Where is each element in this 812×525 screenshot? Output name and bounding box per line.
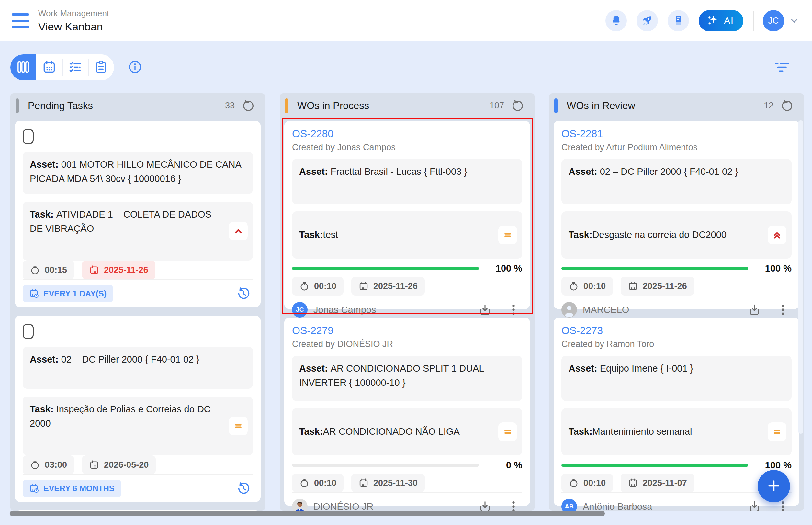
asset-field-value: 02 – DC Piller 2000 { F40-01 02 }: [600, 166, 738, 177]
task-card[interactable]: Asset: 001 MOTOR HILLO MECÂNICO DE CANA …: [15, 121, 261, 307]
priority-button[interactable]: [768, 226, 786, 244]
bell-icon: [610, 15, 622, 27]
task-field: Task: Mantenimiento semanal: [561, 408, 792, 455]
column-refresh-button[interactable]: [509, 99, 527, 113]
task-field-label: Task:: [30, 209, 56, 220]
stopwatch-icon: [299, 281, 310, 291]
info-button[interactable]: [126, 59, 144, 76]
add-button[interactable]: [758, 470, 790, 502]
task-field-label: Task:: [299, 425, 323, 439]
asset-field-label: Asset:: [30, 354, 61, 364]
task-checkbox[interactable]: [23, 324, 34, 339]
progress-label: 0 %: [486, 460, 522, 470]
wo-id-link[interactable]: OS-2281: [561, 128, 792, 140]
download-button[interactable]: [745, 303, 763, 317]
card-meta-chips: 00:102025-11-26: [561, 277, 792, 296]
duration-chip: 00:10: [561, 277, 613, 296]
avatar: AB: [561, 499, 577, 511]
chevron-down-icon[interactable]: [789, 16, 799, 26]
download-button[interactable]: [476, 303, 494, 317]
tab-calendar-view[interactable]: [36, 55, 62, 80]
duration-chip: 00:15: [23, 260, 74, 279]
due-date-value: 2025-11-26: [104, 265, 148, 275]
task-field-value: test: [323, 228, 338, 242]
priority-button[interactable]: [229, 222, 248, 240]
wo-card[interactable]: OS-2281Created by Artur Podium Alimentos…: [553, 121, 799, 309]
stopwatch-icon: [299, 478, 310, 488]
priority-button[interactable]: [768, 422, 786, 441]
wo-created-by: Created by Artur Podium Alimentos: [561, 142, 792, 152]
asset-field: Asset: Fracttal Brasil - Lucas { Fttl-00…: [292, 159, 522, 204]
wo-id-link[interactable]: OS-2280: [292, 128, 522, 140]
calendar-icon: [358, 478, 369, 488]
stopwatch-icon: [569, 281, 579, 291]
stopwatch-icon: [569, 478, 579, 488]
plus-icon: [767, 479, 781, 494]
history-icon: [237, 286, 251, 301]
progress-label: 100 %: [755, 460, 792, 470]
assignee-name: DIONÉSIO JR: [313, 501, 373, 511]
task-field: Task: ATIVIDADE 1 – COLETA DE DADOS DE V…: [23, 202, 253, 260]
priority-button[interactable]: [229, 417, 248, 435]
column-refresh-button[interactable]: [240, 99, 257, 113]
download-button[interactable]: [745, 499, 763, 511]
wo-card[interactable]: OS-2279Created by DIONÉSIO JRAsset: AR C…: [284, 317, 530, 506]
history-button[interactable]: [235, 286, 253, 301]
task-checkbox[interactable]: [23, 129, 34, 144]
ai-button-label: AI: [724, 15, 734, 26]
task-field-value: Inspeção de Polias e Correias do DC 2000: [30, 404, 211, 429]
task-field: Task: Inspeção de Polias e Correias do D…: [23, 396, 253, 455]
download-button[interactable]: [476, 499, 494, 511]
tab-kanban-view[interactable]: [10, 55, 36, 80]
card-actions: [745, 303, 792, 317]
header-divider: [753, 11, 754, 31]
more-options-button[interactable]: [774, 303, 792, 317]
assignee-name: Antônio Barbosa: [583, 501, 652, 511]
card-actions: [476, 303, 522, 317]
notes-button[interactable]: [668, 10, 689, 31]
asset-field: Asset: Equipo Imene { I-001 }: [561, 356, 792, 401]
app-header: Work Management View Kanban AI JC: [0, 0, 812, 42]
column-accent-bar: [554, 99, 558, 113]
tab-list-view[interactable]: [62, 55, 88, 80]
wo-card[interactable]: OS-2280Created by Jonas CamposAsset: Fra…: [284, 121, 530, 309]
progress-fill: [561, 267, 748, 270]
header-actions: AI JC: [596, 10, 799, 31]
launch-button[interactable]: [636, 10, 658, 31]
wo-id-link[interactable]: OS-2279: [292, 325, 522, 336]
progress-row: 0 %: [292, 461, 522, 469]
kanban-board: Pending Tasks33Asset: 001 MOTOR HILLO ME…: [10, 93, 802, 511]
task-card[interactable]: Asset: 02 – DC Piller 2000 { F40-01 02 }…: [15, 316, 261, 502]
progress-label: 100 %: [486, 263, 522, 274]
horizontal-scrollbar[interactable]: [10, 511, 605, 516]
calendar-repeat-icon: [29, 288, 40, 299]
notifications-button[interactable]: [605, 10, 627, 31]
asset-field: Asset: 02 – DC Piller 2000 { F40-01 02 }: [23, 347, 253, 389]
priority-button[interactable]: [498, 422, 517, 441]
card-footer: DIONÉSIO JR: [292, 492, 522, 511]
kanban-icon: [16, 60, 30, 75]
refresh-icon: [242, 99, 255, 112]
wo-id-link[interactable]: OS-2273: [561, 325, 792, 336]
more-options-button[interactable]: [505, 303, 522, 317]
filter-button[interactable]: [770, 57, 795, 78]
refresh-icon: [511, 99, 525, 112]
history-icon: [237, 481, 251, 496]
tab-worklist-view[interactable]: [88, 55, 114, 80]
more-options-button[interactable]: [505, 499, 522, 511]
ai-assistant-button[interactable]: AI: [699, 10, 743, 31]
user-avatar[interactable]: JC: [763, 10, 784, 31]
due-date-chip: 2025-11-30: [351, 474, 425, 492]
task-field-value: Mantenimiento semanal: [592, 425, 692, 439]
column-refresh-button[interactable]: [779, 99, 796, 113]
duration-value: 00:10: [584, 281, 606, 291]
kebab-icon: [507, 303, 520, 317]
history-button[interactable]: [235, 481, 253, 496]
asset-field-label: Asset:: [30, 159, 61, 170]
clipboard-icon: [94, 60, 108, 75]
column-wos-in-process: WOs in Process107OS-2280Created by Jonas…: [280, 93, 534, 511]
menu-icon[interactable]: [12, 13, 30, 28]
calendar-repeat-icon: [29, 483, 40, 494]
vertical-scrollbar[interactable]: [798, 120, 803, 434]
priority-button[interactable]: [498, 226, 517, 244]
